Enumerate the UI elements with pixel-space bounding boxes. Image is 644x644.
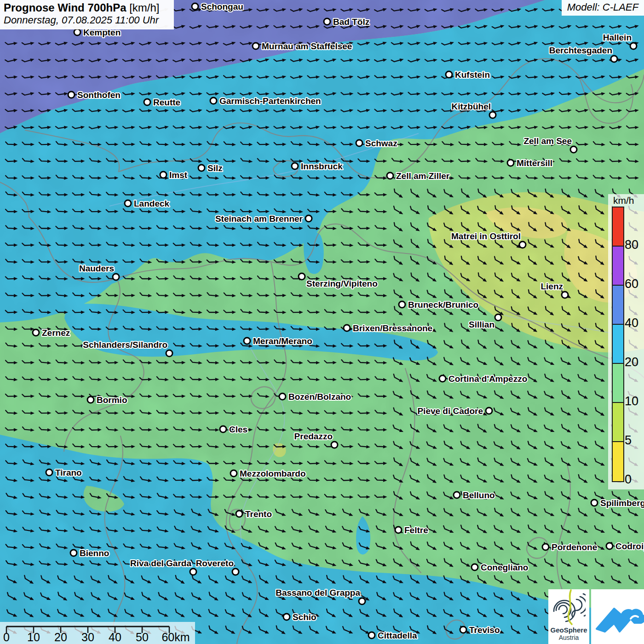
city-marker[interactable]: Zell am Ziller	[387, 171, 450, 181]
city-dot	[283, 614, 290, 620]
city-dot	[486, 408, 492, 414]
legend-tick-label: 60	[625, 277, 638, 291]
geosphere-name: GeoSphere	[548, 626, 589, 634]
city-dot	[395, 527, 402, 533]
wind-speed-legend: km/h 806040201050	[608, 194, 644, 489]
city-label: Sillian	[469, 320, 494, 329]
city-marker[interactable]: Cortina d'Ampezzo	[439, 374, 527, 384]
legend-unit-label: km/h	[613, 195, 634, 206]
city-dot	[495, 314, 501, 321]
city-label: Schlanders/Silandro	[83, 340, 167, 350]
legend-segment	[613, 364, 623, 403]
geosphere-contours-icon	[552, 589, 586, 625]
city-dot	[74, 29, 80, 35]
city-label: Schwaz	[365, 138, 397, 148]
legend-segment	[613, 286, 623, 325]
city-label: Zell am Ziller	[396, 171, 450, 181]
city-marker[interactable]: Imst	[160, 170, 188, 180]
city-label: Brixen/Bressanone	[353, 323, 432, 333]
city-label: Trento	[245, 509, 272, 519]
forecast-datetime: Donnerstag, 07.08.2025 11:00 Uhr	[4, 14, 170, 27]
city-dot	[591, 500, 598, 506]
city-dot	[144, 99, 150, 105]
city-label: Bad Tölz	[333, 17, 369, 27]
city-dot	[519, 242, 526, 248]
city-marker[interactable]: Mezzolombardo	[230, 469, 306, 478]
city-marker[interactable]: Silz	[198, 163, 223, 173]
city-label: Sonthofen	[77, 90, 121, 100]
city-label: Codroipo	[615, 541, 644, 551]
city-label: Lienz	[540, 282, 563, 291]
geosphere-country: Austria	[548, 634, 589, 641]
legend-segment	[613, 207, 623, 247]
city-label: Bozen/Bolzano	[288, 392, 351, 402]
city-label: Nauders	[79, 264, 114, 273]
city-label: Zell am See	[523, 136, 572, 146]
scalebar-label: 0	[3, 631, 10, 644]
city-label: Steinach am Brenner	[215, 214, 303, 224]
city-label: Predazzo	[294, 431, 333, 441]
city-dot	[232, 569, 239, 575]
city-label: Kufstein	[455, 70, 490, 80]
city-dot	[446, 71, 452, 78]
scalebar-ruler: 0102030405060km	[0, 622, 195, 644]
city-dot	[454, 492, 460, 498]
city-marker[interactable]: Meran/Merano	[244, 336, 312, 346]
city-dot	[125, 200, 131, 207]
legend-segment	[613, 247, 623, 286]
city-dot	[190, 569, 196, 575]
city-dot	[68, 92, 75, 98]
scalebar-label: 40	[109, 631, 121, 644]
city-dot	[562, 292, 568, 298]
legend-tick-label: 0	[625, 472, 632, 487]
city-label: Belluno	[463, 490, 495, 500]
legend-tick-label: 20	[625, 355, 638, 369]
city-label: Schongau	[201, 2, 243, 12]
city-label: Cles	[229, 425, 247, 434]
city-marker[interactable]: Pieve di Cadore	[417, 406, 492, 416]
city-label: Conegliano	[481, 563, 528, 572]
city-marker[interactable]: Cles	[220, 425, 247, 434]
page-title: Prognose Wind 700hPa [km/h]	[4, 1, 170, 14]
city-label: Berchtesgaden	[549, 46, 612, 55]
legend-tick-label: 40	[625, 316, 638, 330]
city-label: Bassano del Grappa	[276, 588, 360, 598]
scalebar-label: 10	[27, 631, 40, 644]
title-box: Prognose Wind 700hPa [km/h] Donnerstag, …	[0, 0, 174, 29]
city-marker[interactable]: Bruneck/Brunico	[399, 300, 478, 310]
city-label: Meran/Merano	[253, 336, 312, 346]
city-dot	[253, 43, 259, 49]
wind-forecast-map: SchongauBad TölzKemptenMurnau am Staffel…	[0, 0, 644, 644]
city-label: Pordenone	[552, 542, 597, 552]
legend-segment	[613, 403, 623, 442]
city-dot	[236, 511, 242, 517]
legend-tick-label: 5	[625, 433, 632, 448]
city-label: Sterzing/Vipiteno	[306, 279, 378, 288]
city-marker[interactable]: Murnau am Staffelsee	[253, 41, 352, 51]
city-dot	[570, 146, 577, 153]
city-dot	[368, 632, 375, 638]
city-dot	[113, 274, 119, 280]
city-marker[interactable]: Brixen/Bressanone	[344, 323, 432, 333]
city-label: Silz	[207, 163, 223, 173]
city-label: Reutte	[153, 98, 180, 107]
scalebar-label: 30	[81, 631, 94, 644]
city-dot	[292, 163, 298, 169]
city-label: Feltre	[404, 525, 428, 535]
map-canvas[interactable]: SchongauBad TölzKemptenMurnau am Staffel…	[0, 0, 644, 644]
city-label: Mezzolombardo	[240, 469, 306, 478]
distance-scalebar: 0102030405060km	[0, 622, 195, 644]
city-dot	[324, 18, 330, 25]
city-dot	[160, 172, 167, 178]
city-dot	[387, 172, 393, 179]
city-marker[interactable]: Garmisch-Partenkirchen	[210, 96, 321, 106]
city-marker[interactable]: Bozen/Bolzano	[279, 392, 351, 402]
city-dot	[230, 470, 237, 477]
city-label: Spilimbergo	[600, 498, 644, 508]
city-label: Innsbruck	[301, 161, 343, 171]
mountain-cloud-icon	[591, 589, 644, 644]
city-dot	[331, 442, 338, 448]
city-dot	[356, 140, 362, 146]
city-label: Garmisch-Partenkirchen	[219, 96, 321, 106]
city-marker[interactable]: Steinach am Brenner	[215, 214, 312, 224]
